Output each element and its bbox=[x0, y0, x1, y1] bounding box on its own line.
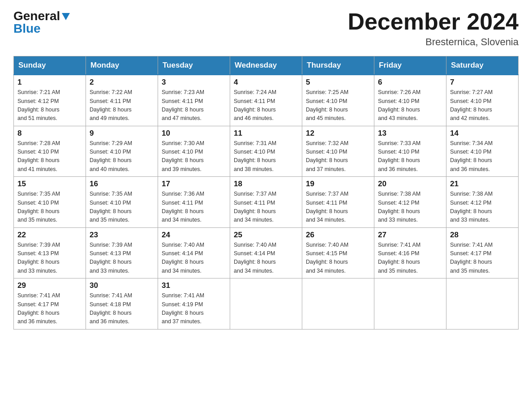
day-number: 28 bbox=[450, 231, 515, 240]
calendar-cell: 27Sunrise: 7:41 AMSunset: 4:16 PMDayligh… bbox=[374, 227, 446, 278]
calendar-cell: 14Sunrise: 7:34 AMSunset: 4:10 PMDayligh… bbox=[446, 126, 519, 177]
day-info: Sunrise: 7:35 AMSunset: 4:10 PMDaylight:… bbox=[90, 190, 154, 225]
day-info: Sunrise: 7:34 AMSunset: 4:10 PMDaylight:… bbox=[450, 139, 515, 174]
day-info: Sunrise: 7:41 AMSunset: 4:17 PMDaylight:… bbox=[17, 291, 82, 326]
calendar-cell: 28Sunrise: 7:41 AMSunset: 4:17 PMDayligh… bbox=[446, 227, 519, 278]
day-number: 9 bbox=[90, 129, 154, 138]
calendar-cell: 9Sunrise: 7:29 AMSunset: 4:10 PMDaylight… bbox=[86, 126, 158, 177]
day-info: Sunrise: 7:37 AMSunset: 4:11 PMDaylight:… bbox=[234, 190, 298, 225]
day-info: Sunrise: 7:38 AMSunset: 4:12 PMDaylight:… bbox=[378, 190, 442, 225]
day-info: Sunrise: 7:33 AMSunset: 4:10 PMDaylight:… bbox=[378, 139, 442, 174]
svg-marker-0 bbox=[62, 13, 70, 20]
day-info: Sunrise: 7:29 AMSunset: 4:10 PMDaylight:… bbox=[90, 139, 154, 174]
calendar-cell: 21Sunrise: 7:38 AMSunset: 4:12 PMDayligh… bbox=[446, 177, 519, 228]
calendar-cell: 22Sunrise: 7:39 AMSunset: 4:13 PMDayligh… bbox=[14, 227, 86, 278]
calendar-week-row: 22Sunrise: 7:39 AMSunset: 4:13 PMDayligh… bbox=[14, 227, 519, 278]
calendar-cell: 17Sunrise: 7:36 AMSunset: 4:11 PMDayligh… bbox=[158, 177, 230, 228]
day-info: Sunrise: 7:27 AMSunset: 4:10 PMDaylight:… bbox=[450, 88, 515, 123]
calendar-cell: 3Sunrise: 7:23 AMSunset: 4:11 PMDaylight… bbox=[158, 75, 230, 126]
day-number: 1 bbox=[17, 78, 82, 87]
day-number: 21 bbox=[450, 180, 515, 188]
calendar-cell: 16Sunrise: 7:35 AMSunset: 4:10 PMDayligh… bbox=[86, 177, 158, 228]
calendar-cell: 19Sunrise: 7:37 AMSunset: 4:11 PMDayligh… bbox=[302, 177, 374, 228]
calendar-cell: 12Sunrise: 7:32 AMSunset: 4:10 PMDayligh… bbox=[302, 126, 374, 177]
day-number: 10 bbox=[162, 129, 226, 138]
day-info: Sunrise: 7:35 AMSunset: 4:10 PMDaylight:… bbox=[17, 190, 82, 225]
day-number: 23 bbox=[90, 231, 154, 240]
col-header-monday: Monday bbox=[86, 56, 158, 75]
calendar-cell: 26Sunrise: 7:40 AMSunset: 4:15 PMDayligh… bbox=[302, 227, 374, 278]
calendar-cell: 6Sunrise: 7:26 AMSunset: 4:10 PMDaylight… bbox=[374, 75, 446, 126]
calendar-week-row: 1Sunrise: 7:21 AMSunset: 4:12 PMDaylight… bbox=[14, 75, 519, 126]
col-header-saturday: Saturday bbox=[446, 56, 519, 75]
calendar-cell: 4Sunrise: 7:24 AMSunset: 4:11 PMDaylight… bbox=[230, 75, 302, 126]
day-info: Sunrise: 7:32 AMSunset: 4:10 PMDaylight:… bbox=[306, 139, 370, 174]
day-info: Sunrise: 7:30 AMSunset: 4:10 PMDaylight:… bbox=[162, 139, 226, 174]
calendar-cell: 15Sunrise: 7:35 AMSunset: 4:10 PMDayligh… bbox=[14, 177, 86, 228]
day-info: Sunrise: 7:41 AMSunset: 4:16 PMDaylight:… bbox=[378, 241, 442, 276]
calendar-cell: 20Sunrise: 7:38 AMSunset: 4:12 PMDayligh… bbox=[374, 177, 446, 228]
day-info: Sunrise: 7:28 AMSunset: 4:10 PMDaylight:… bbox=[17, 139, 82, 174]
day-info: Sunrise: 7:41 AMSunset: 4:19 PMDaylight:… bbox=[162, 291, 226, 326]
calendar-week-row: 8Sunrise: 7:28 AMSunset: 4:10 PMDaylight… bbox=[14, 126, 519, 177]
day-number: 6 bbox=[378, 78, 442, 87]
page-header: General Blue December 2024 Bresternica, … bbox=[13, 9, 519, 48]
logo-triangle-icon bbox=[61, 11, 71, 21]
calendar-cell: 5Sunrise: 7:25 AMSunset: 4:10 PMDaylight… bbox=[302, 75, 374, 126]
calendar-cell: 18Sunrise: 7:37 AMSunset: 4:11 PMDayligh… bbox=[230, 177, 302, 228]
day-info: Sunrise: 7:40 AMSunset: 4:14 PMDaylight:… bbox=[162, 241, 226, 276]
calendar-cell: 25Sunrise: 7:40 AMSunset: 4:14 PMDayligh… bbox=[230, 227, 302, 278]
day-number: 8 bbox=[17, 129, 82, 138]
calendar-cell bbox=[230, 278, 302, 330]
calendar-cell: 30Sunrise: 7:41 AMSunset: 4:18 PMDayligh… bbox=[86, 278, 158, 330]
col-header-sunday: Sunday bbox=[14, 56, 86, 75]
calendar-header-row: SundayMondayTuesdayWednesdayThursdayFrid… bbox=[14, 56, 519, 75]
calendar-cell bbox=[302, 278, 374, 330]
day-number: 5 bbox=[306, 78, 370, 87]
logo-blue-text: Blue bbox=[13, 21, 41, 36]
day-info: Sunrise: 7:40 AMSunset: 4:14 PMDaylight:… bbox=[234, 241, 298, 276]
day-info: Sunrise: 7:21 AMSunset: 4:12 PMDaylight:… bbox=[17, 88, 82, 123]
day-number: 24 bbox=[162, 231, 226, 240]
col-header-thursday: Thursday bbox=[302, 56, 374, 75]
month-title: December 2024 bbox=[348, 9, 519, 34]
day-number: 3 bbox=[162, 78, 226, 87]
calendar-cell: 1Sunrise: 7:21 AMSunset: 4:12 PMDaylight… bbox=[14, 75, 86, 126]
day-info: Sunrise: 7:36 AMSunset: 4:11 PMDaylight:… bbox=[162, 190, 226, 225]
day-number: 12 bbox=[306, 129, 370, 138]
day-info: Sunrise: 7:22 AMSunset: 4:11 PMDaylight:… bbox=[90, 88, 154, 123]
day-info: Sunrise: 7:23 AMSunset: 4:11 PMDaylight:… bbox=[162, 88, 226, 123]
calendar-cell: 23Sunrise: 7:39 AMSunset: 4:13 PMDayligh… bbox=[86, 227, 158, 278]
col-header-tuesday: Tuesday bbox=[158, 56, 230, 75]
calendar-cell: 29Sunrise: 7:41 AMSunset: 4:17 PMDayligh… bbox=[14, 278, 86, 330]
day-number: 4 bbox=[234, 78, 298, 87]
day-number: 25 bbox=[234, 231, 298, 240]
calendar-table: SundayMondayTuesdayWednesdayThursdayFrid… bbox=[13, 56, 519, 330]
day-number: 15 bbox=[17, 180, 82, 188]
location-text: Bresternica, Slovenia bbox=[348, 36, 519, 48]
day-number: 26 bbox=[306, 231, 370, 240]
day-number: 18 bbox=[234, 180, 298, 188]
day-info: Sunrise: 7:41 AMSunset: 4:18 PMDaylight:… bbox=[90, 291, 154, 326]
calendar-cell: 13Sunrise: 7:33 AMSunset: 4:10 PMDayligh… bbox=[374, 126, 446, 177]
day-number: 16 bbox=[90, 180, 154, 188]
day-info: Sunrise: 7:39 AMSunset: 4:13 PMDaylight:… bbox=[90, 241, 154, 276]
calendar-cell bbox=[374, 278, 446, 330]
calendar-cell: 8Sunrise: 7:28 AMSunset: 4:10 PMDaylight… bbox=[14, 126, 86, 177]
day-info: Sunrise: 7:31 AMSunset: 4:10 PMDaylight:… bbox=[234, 139, 298, 174]
day-number: 27 bbox=[378, 231, 442, 240]
col-header-friday: Friday bbox=[374, 56, 446, 75]
calendar-cell: 31Sunrise: 7:41 AMSunset: 4:19 PMDayligh… bbox=[158, 278, 230, 330]
day-number: 29 bbox=[17, 281, 82, 290]
calendar-week-row: 29Sunrise: 7:41 AMSunset: 4:17 PMDayligh… bbox=[14, 278, 519, 330]
day-info: Sunrise: 7:39 AMSunset: 4:13 PMDaylight:… bbox=[17, 241, 82, 276]
day-number: 20 bbox=[378, 180, 442, 188]
day-number: 31 bbox=[162, 281, 226, 290]
logo: General Blue bbox=[13, 9, 71, 36]
calendar-cell: 10Sunrise: 7:30 AMSunset: 4:10 PMDayligh… bbox=[158, 126, 230, 177]
day-number: 30 bbox=[90, 281, 154, 290]
day-number: 13 bbox=[378, 129, 442, 138]
day-number: 19 bbox=[306, 180, 370, 188]
day-info: Sunrise: 7:40 AMSunset: 4:15 PMDaylight:… bbox=[306, 241, 370, 276]
day-info: Sunrise: 7:41 AMSunset: 4:17 PMDaylight:… bbox=[450, 241, 515, 276]
